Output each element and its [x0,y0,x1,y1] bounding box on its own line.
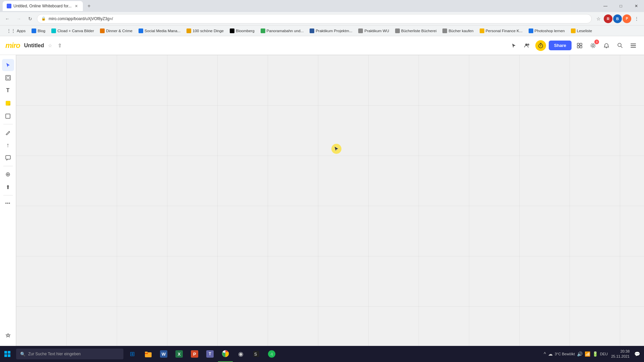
systray: ^ ☁ 3°C Bewölkt 🔊 📶 🔋 DEU [544,351,608,357]
search-button[interactable] [614,40,625,51]
comment-tool[interactable] [2,152,14,164]
url-bar[interactable]: 🔒 miro.com/app/board/uXjVOf8yZ3g=/ [37,14,592,23]
board-title[interactable]: Untitled [24,43,44,49]
header-right: Share 3 [508,40,639,51]
bookmark-apps[interactable]: ⋮⋮ Apps [4,27,28,34]
cursor-position [331,144,341,154]
notification-button[interactable] [601,40,612,51]
share-button[interactable]: Share [549,41,572,50]
language-indicator[interactable]: DEU [600,352,608,356]
reload-button[interactable]: ↻ [25,14,35,23]
bookmark-praktikum1[interactable]: Praktikum Projektm... [307,27,355,34]
tab-close-icon[interactable]: ✕ [73,3,79,9]
taskbar-search[interactable]: 🔍 Zur Suche Text hier eingeben [16,349,123,359]
svg-rect-10 [631,44,636,44]
battery-icon[interactable]: 🔋 [592,351,598,357]
chrome-app[interactable] [218,346,233,362]
integrations-button[interactable]: 3 [588,40,598,51]
canvas-area[interactable] [16,55,644,346]
bookmark-photoshop[interactable]: Photoshop lernen [526,27,568,34]
layout-button[interactable] [574,40,585,51]
start-button[interactable] [0,346,15,362]
toolbar-separator-2 [3,166,13,166]
add-tool[interactable]: ⊕ [2,168,14,180]
svg-point-9 [618,43,621,47]
weather-icon[interactable]: ☁ [548,351,553,357]
canvas-grid [16,55,644,346]
network-icon[interactable]: 📶 [585,351,590,357]
powerpoint-app[interactable]: P [187,346,202,362]
bookmark-canva[interactable]: Cload + Canva Bilder [49,27,97,34]
volume-icon[interactable]: 🔊 [577,351,583,357]
bookmark-icon-praktikum1 [310,28,314,33]
explorer-app[interactable] [141,346,156,362]
taskbar: 🔍 Zur Suche Text hier eingeben ⊞ W X P T [0,346,644,362]
frames-tool[interactable] [2,72,14,84]
spotify-app[interactable]: ♫ [264,346,279,362]
tab-bar: Untitled, Online Whiteboard for... ✕ + —… [0,0,644,12]
svg-rect-6 [580,46,582,48]
powerpoint-icon: P [191,350,198,358]
windows-logo-icon [4,351,10,357]
app7[interactable]: ◉ [233,346,248,362]
bookmark-leseliste[interactable]: Leseliste [568,27,595,34]
bookmark-star-icon[interactable]: ☆ [594,14,603,23]
bookmark-bucherliste[interactable]: Bücherliste Bücherei [392,27,439,34]
maximize-button[interactable]: □ [613,0,629,12]
task-view-button[interactable]: ⊞ [125,346,140,362]
menu-button[interactable] [628,40,639,51]
cursor-tool-header[interactable] [508,40,519,51]
more-tools[interactable]: ••• [2,197,14,209]
svg-point-0 [525,44,527,46]
bookmark-dinner[interactable]: Dinner & Crime [97,27,135,34]
bookmark-blog[interactable]: Blog [29,27,48,34]
text-tool[interactable]: T [2,84,14,97]
sticky-tool[interactable] [2,97,14,109]
export-button[interactable]: ⇧ [58,43,62,49]
bookmark-social[interactable]: Social Media Mana... [136,27,183,34]
star-button[interactable]: ☆ [48,43,52,48]
notification-center-icon: 💬 [633,351,641,357]
close-button[interactable]: ✕ [629,0,644,12]
bookmark-100[interactable]: 100 schöne Dinge [184,27,226,34]
excel-app[interactable]: X [172,346,186,362]
new-tab-button[interactable]: + [84,1,94,11]
show-hidden-icon[interactable]: ^ [544,351,546,357]
toolbar-separator-3 [3,195,13,195]
clock[interactable]: 20:38 25.11.2021 [609,349,632,359]
miro-logo[interactable]: miro [5,41,20,50]
taskbar-right: ^ ☁ 3°C Bewölkt 🔊 📶 🔋 DEU 20:38 25.11.20… [541,346,644,362]
pen-tool[interactable] [2,126,14,138]
select-tool[interactable] [2,59,14,71]
active-tab[interactable]: Untitled, Online Whiteboard for... ✕ [3,1,83,11]
forward-button[interactable]: → [14,14,23,23]
bookmark-bucherkaufen[interactable]: Bücher kaufen [440,27,476,34]
bookmark-bloomberg[interactable]: Bloomberg [227,27,257,34]
back-button[interactable]: ← [3,14,12,23]
collaboration-button[interactable] [522,40,533,51]
minimize-button[interactable]: — [598,0,613,12]
extension-icon-1[interactable]: R [604,14,612,23]
url-text: miro.com/app/board/uXjVOf8yZ3g=/ [49,16,587,21]
svg-rect-32 [8,351,10,354]
extension-icon-2[interactable]: B [613,14,622,23]
bookmark-icon-photoshop [529,28,533,33]
notification-center-button[interactable]: 💬 [633,351,641,357]
svg-rect-16 [6,114,10,118]
profile-icon[interactable]: P [623,14,631,23]
word-app[interactable]: W [156,346,171,362]
timer-button[interactable] [535,40,546,51]
teams-app[interactable]: T [203,346,217,362]
bookmark-personal[interactable]: Personal Finance K... [477,27,525,34]
bookmark-praktikumwu[interactable]: Praktikum WU [356,27,391,34]
magic-tool[interactable] [2,330,14,342]
app8[interactable]: S [249,346,264,362]
upload-tool[interactable]: ⬆ [2,181,14,193]
shapes-tool[interactable] [2,110,14,122]
svg-rect-17 [6,156,10,159]
bookmark-icon-leseliste [571,28,576,33]
bookmark-panorama[interactable]: Panoramabahn und... [258,27,307,34]
settings-icon[interactable]: ⋮ [632,14,641,23]
arrow-tool[interactable]: ↑ [2,139,14,151]
svg-rect-34 [8,354,10,357]
